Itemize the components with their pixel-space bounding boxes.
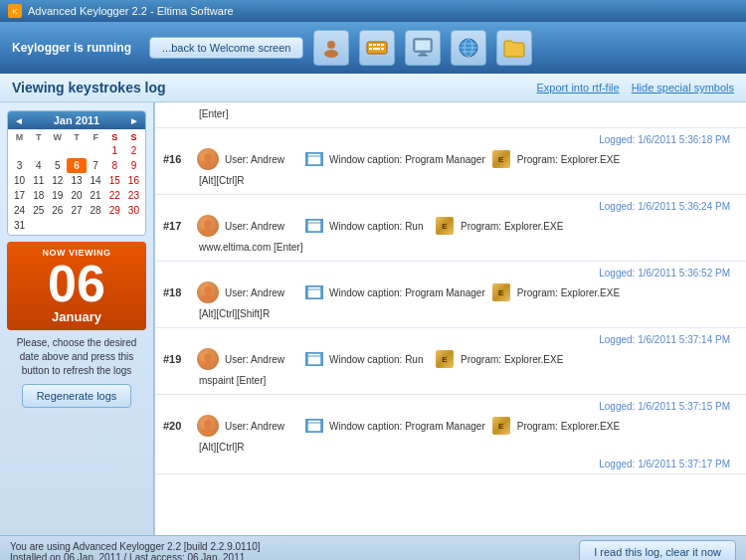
cal-day-11[interactable]: 11 bbox=[29, 173, 48, 188]
cal-day-20[interactable]: 20 bbox=[67, 188, 86, 203]
cal-day-24[interactable]: 24 bbox=[10, 203, 29, 218]
globe-icon-button[interactable] bbox=[451, 30, 486, 66]
content-area: ◄ Jan 2011 ► M T W T F S S bbox=[0, 102, 746, 535]
window-icon-17 bbox=[305, 219, 323, 233]
log-timestamp-17: Logged: 1/6/2011 5:36:24 PM bbox=[163, 199, 738, 212]
cal-day-12[interactable]: 12 bbox=[48, 173, 67, 188]
now-viewing-month: January bbox=[13, 309, 140, 324]
log-num-17: #17 bbox=[163, 220, 191, 232]
svg-point-19 bbox=[204, 153, 212, 161]
cal-day-empty bbox=[105, 218, 124, 233]
svg-rect-6 bbox=[381, 44, 384, 46]
export-rtf-link[interactable]: Export into rtf-file bbox=[537, 82, 620, 93]
log-user-20: User: Andrew bbox=[225, 421, 299, 432]
log-window-20: Window caption: Program Manager bbox=[329, 421, 485, 432]
cal-day-13[interactable]: 13 bbox=[67, 173, 86, 188]
cal-day-26[interactable]: 26 bbox=[48, 203, 67, 218]
cal-day-21[interactable]: 21 bbox=[87, 188, 105, 203]
cal-day-empty bbox=[67, 143, 86, 158]
window-icon-16 bbox=[305, 152, 323, 166]
log-prog-19: Program: Explorer.EXE bbox=[461, 354, 563, 365]
log-entry-19: Logged: 1/6/2011 5:37:14 PM #19 User: An… bbox=[155, 328, 746, 395]
cal-day-empty bbox=[124, 218, 143, 233]
log-entry-first: [Enter] bbox=[155, 102, 746, 128]
keyboard-icon-button[interactable] bbox=[359, 30, 395, 66]
hide-symbols-link[interactable]: Hide special symbols bbox=[632, 82, 734, 93]
cal-next-button[interactable]: ► bbox=[129, 115, 139, 126]
log-keystroke-first: [Enter] bbox=[163, 106, 738, 123]
cal-day-16[interactable]: 16 bbox=[124, 173, 143, 188]
cal-day-18[interactable]: 18 bbox=[29, 188, 48, 203]
cal-day-4[interactable]: 4 bbox=[29, 158, 48, 173]
cal-day-22[interactable]: 22 bbox=[105, 188, 124, 203]
log-num-20: #20 bbox=[163, 420, 191, 432]
log-area[interactable]: [Enter] Logged: 1/6/2011 5:36:18 PM #16 … bbox=[154, 102, 746, 535]
cal-day-6[interactable]: 6 bbox=[67, 158, 86, 173]
clear-log-button[interactable]: I read this log, clear it now bbox=[579, 540, 736, 561]
cal-day-empty bbox=[87, 143, 105, 158]
cal-day-27[interactable]: 27 bbox=[67, 203, 86, 218]
day-name-wed: W bbox=[48, 131, 67, 143]
log-num-16: #16 bbox=[163, 153, 191, 165]
cal-day-29[interactable]: 29 bbox=[105, 203, 124, 218]
log-entry-16: Logged: 1/6/2011 5:36:18 PM #16 User: An… bbox=[155, 128, 746, 195]
calendar-days[interactable]: 1 2 3 4 5 6 7 8 9 10 11 12 13 14 15 bbox=[10, 143, 143, 233]
svg-point-24 bbox=[202, 228, 214, 235]
cal-day-7[interactable]: 7 bbox=[87, 158, 105, 173]
main-header: Viewing keystrokes log Export into rtf-f… bbox=[0, 74, 746, 102]
cal-day-15[interactable]: 15 bbox=[105, 173, 124, 188]
cal-day-8[interactable]: 8 bbox=[105, 158, 124, 173]
svg-point-1 bbox=[324, 50, 338, 58]
folder-icon-button[interactable] bbox=[496, 30, 532, 66]
svg-point-0 bbox=[327, 41, 335, 49]
cal-day-14[interactable]: 14 bbox=[87, 173, 105, 188]
cal-day-30[interactable]: 30 bbox=[124, 203, 143, 218]
regenerate-logs-button[interactable]: Regenerate logs bbox=[22, 384, 132, 408]
cal-day-empty bbox=[29, 143, 48, 158]
cal-prev-button[interactable]: ◄ bbox=[14, 115, 24, 126]
log-row-19: #19 User: Andrew Window caption: Run E P… bbox=[163, 345, 738, 373]
svg-rect-33 bbox=[307, 353, 321, 365]
cal-day-28[interactable]: 28 bbox=[87, 203, 105, 218]
monitor-icon-button[interactable] bbox=[405, 30, 441, 66]
svg-rect-5 bbox=[377, 44, 380, 46]
cal-day-9[interactable]: 9 bbox=[124, 158, 143, 173]
keylogger-status: Keylogger is running bbox=[12, 41, 131, 55]
log-window-19: Window caption: Run bbox=[329, 354, 429, 365]
back-to-welcome-button[interactable]: ...back to Welcome screen bbox=[149, 37, 303, 59]
svg-rect-4 bbox=[373, 44, 376, 46]
cal-day-31[interactable]: 31 bbox=[10, 218, 29, 233]
cal-day-17[interactable]: 17 bbox=[10, 188, 29, 203]
cal-day-25[interactable]: 25 bbox=[29, 203, 48, 218]
cal-day-5[interactable]: 5 bbox=[48, 158, 67, 173]
log-prog-20: Program: Explorer.EXE bbox=[517, 421, 620, 432]
cal-day-2[interactable]: 2 bbox=[124, 143, 143, 158]
cal-day-1[interactable]: 1 bbox=[105, 143, 124, 158]
log-keystroke-20: [Alt][Ctrl]R bbox=[163, 440, 738, 457]
cal-day-19[interactable]: 19 bbox=[48, 188, 67, 203]
log-timestamp-20-end: Logged: 1/6/2011 5:37:17 PM bbox=[163, 457, 738, 469]
cal-day-3[interactable]: 3 bbox=[10, 158, 29, 173]
log-row-18: #18 User: Andrew Window caption: Program… bbox=[163, 279, 738, 306]
log-num-19: #19 bbox=[163, 353, 191, 365]
status-bar: You are using Advanced Keylogger 2.2 [bu… bbox=[0, 535, 746, 560]
cal-day-23[interactable]: 23 bbox=[124, 188, 143, 203]
window-icon-18 bbox=[305, 285, 323, 299]
calendar-month-year: Jan 2011 bbox=[54, 114, 99, 126]
cal-day-empty bbox=[29, 218, 48, 233]
log-keystroke-17: www.eltima.com [Enter] bbox=[163, 240, 738, 257]
day-name-sun: S bbox=[124, 131, 143, 143]
cal-day-10[interactable]: 10 bbox=[10, 173, 29, 188]
svg-point-23 bbox=[204, 220, 212, 228]
cal-day-empty bbox=[48, 143, 67, 158]
status-text-1: You are using Advanced Keylogger 2.2 [bu… bbox=[10, 541, 261, 552]
status-text-2: Installed on 06 Jan, 2011 / Last access:… bbox=[10, 552, 261, 561]
window-icon-19 bbox=[305, 352, 323, 366]
log-prog-16: Program: Explorer.EXE bbox=[517, 154, 620, 165]
user-icon-button[interactable] bbox=[313, 30, 349, 66]
log-keystroke-18: [Alt][Ctrl][Shift]R bbox=[163, 306, 738, 323]
svg-point-35 bbox=[204, 420, 212, 428]
title-bar: K Advanced Keylogger 2.2 - Eltima Softwa… bbox=[0, 0, 746, 22]
user-avatar-16 bbox=[197, 148, 219, 170]
log-row-16: #16 User: Andrew Window caption: Program… bbox=[163, 145, 738, 173]
